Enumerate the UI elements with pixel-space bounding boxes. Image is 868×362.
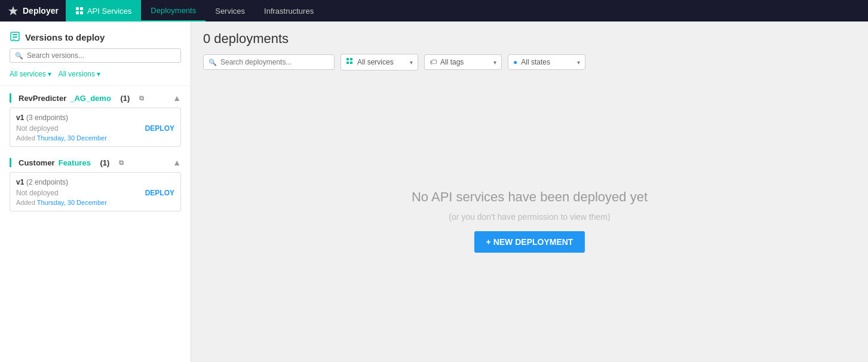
rev-v1-added: Added Thursday, 30 December <box>16 134 174 142</box>
external-link-icon-cf[interactable]: ⧉ <box>119 159 124 167</box>
all-services-filter[interactable]: All services ▾ <box>10 70 51 78</box>
section-accent-bar <box>10 93 11 103</box>
logo-icon <box>7 5 19 17</box>
sidebar-divider <box>0 85 191 86</box>
new-deployment-button[interactable]: + NEW DEPLOYMENT <box>474 231 585 253</box>
nav-services[interactable]: Services <box>206 0 254 22</box>
svg-rect-5 <box>13 34 17 35</box>
rev-predicter-count: (1) <box>120 94 130 103</box>
nav-api-services[interactable]: API Services <box>66 0 141 22</box>
all-services-dropdown[interactable]: All services ▾ <box>341 54 418 70</box>
svg-rect-10 <box>346 62 349 64</box>
app-title: Deployer <box>23 6 59 16</box>
added-date-cf: Thursday, 30 December <box>37 199 107 206</box>
collapse-rev-predicter[interactable]: ▲ <box>173 93 181 103</box>
section-customer-features-header: CustomerFeatures (1) ⧉ ▲ <box>10 158 181 167</box>
section-rev-predicter: RevPredicter_AG_demo (1) ⧉ ▲ v1 (3 endpo… <box>0 88 191 153</box>
rev-v1-tag: v1 <box>16 113 24 122</box>
search-versions-input[interactable] <box>27 51 176 60</box>
main-layout: Versions to deploy 🔍 All services ▾ All … <box>0 22 868 362</box>
rev-predicter-name2: _AG_demo <box>70 94 111 103</box>
added-date-rev: Thursday, 30 December <box>37 134 107 142</box>
services-filter-icon <box>346 57 354 67</box>
nav-deployments-label: Deployments <box>151 6 196 15</box>
all-tags-dropdown[interactable]: 🏷 All tags ▾ <box>424 54 502 70</box>
search-versions-box[interactable]: 🔍 <box>10 48 181 63</box>
section-rev-predicter-header: RevPredicter_AG_demo (1) ⧉ ▲ <box>10 93 181 103</box>
svg-rect-9 <box>350 58 352 60</box>
all-states-dropdown[interactable]: ● All states ▾ <box>508 54 585 70</box>
api-services-icon <box>75 7 84 15</box>
cf-v1-tag: v1 <box>16 178 24 186</box>
svg-rect-2 <box>76 11 79 14</box>
svg-rect-7 <box>13 39 15 39</box>
app-logo[interactable]: Deployer <box>0 5 66 17</box>
nav-infrastructures-label: Infrastructures <box>264 7 314 16</box>
added-prefix-rev: Added <box>16 134 35 142</box>
all-tags-dropdown-label: All tags <box>440 58 490 66</box>
states-filter-icon: ● <box>513 58 517 66</box>
rev-predicter-name1: RevPredicter <box>19 94 66 103</box>
all-services-label: All services <box>10 70 46 78</box>
states-dropdown-chevron: ▾ <box>577 59 580 66</box>
nav-services-label: Services <box>215 7 245 16</box>
svg-rect-3 <box>80 11 83 14</box>
all-versions-filter[interactable]: All versions ▾ <box>59 70 100 78</box>
content: 0 deployments 🔍 All services ▾ 🏷 All tag… <box>191 22 868 362</box>
rev-v1-endpoints: (3 endpoints) <box>26 113 68 122</box>
version-card-rev-v1: v1 (3 endpoints) Not deployed DEPLOY Add… <box>10 108 181 147</box>
all-services-chevron: ▾ <box>48 70 51 78</box>
all-services-dropdown-label: All services <box>357 58 406 66</box>
svg-rect-8 <box>346 58 349 60</box>
all-states-dropdown-label: All states <box>521 58 573 66</box>
search-deployments-box[interactable]: 🔍 <box>203 54 335 70</box>
section-rev-predicter-title: RevPredicter_AG_demo (1) ⧉ <box>10 93 144 103</box>
svg-rect-11 <box>350 62 352 64</box>
collapse-customer-features[interactable]: ▲ <box>173 158 181 167</box>
nav-api-services-label: API Services <box>87 7 131 16</box>
sidebar: Versions to deploy 🔍 All services ▾ All … <box>0 22 191 362</box>
tags-dropdown-chevron: ▾ <box>493 59 496 66</box>
topnav: Deployer API Services Deployments Servic… <box>0 0 868 22</box>
customer-name2: Features <box>59 158 91 167</box>
section-accent-bar-cf <box>10 158 11 167</box>
empty-state: No API services have been deployed yet (… <box>191 80 868 362</box>
external-link-icon-rev[interactable]: ⧉ <box>139 94 144 102</box>
empty-title: No API services have been deployed yet <box>412 189 648 205</box>
all-versions-label: All versions <box>59 70 95 78</box>
filter-bar: 🔍 All services ▾ 🏷 All tags ▾ ● All st <box>191 54 868 80</box>
rev-v1-status-row: Not deployed DEPLOY <box>16 124 174 133</box>
customer-count: (1) <box>100 158 110 167</box>
svg-rect-0 <box>76 7 79 10</box>
version-card-cf-v1: v1 (2 endpoints) Not deployed DEPLOY Add… <box>10 172 181 211</box>
sidebar-search: 🔍 <box>0 48 191 68</box>
deployments-title: 0 deployments <box>203 31 856 47</box>
nav-infrastructures[interactable]: Infrastructures <box>254 0 323 22</box>
all-versions-chevron: ▾ <box>97 70 100 78</box>
sidebar-header: Versions to deploy <box>0 22 191 48</box>
cf-v1-status: Not deployed <box>16 189 59 197</box>
svg-rect-1 <box>80 7 83 10</box>
sidebar-filters: All services ▾ All versions ▾ <box>0 68 191 85</box>
services-dropdown-chevron: ▾ <box>410 59 413 66</box>
rev-v1-deploy-button[interactable]: DEPLOY <box>145 124 174 133</box>
cf-v1-endpoints: (2 endpoints) <box>26 178 68 186</box>
search-deployments-icon: 🔍 <box>208 59 217 66</box>
search-deployments-input[interactable] <box>220 58 329 66</box>
rev-v1-status: Not deployed <box>16 124 59 133</box>
versions-icon <box>10 31 20 44</box>
content-header: 0 deployments <box>191 22 868 54</box>
section-customer-features: CustomerFeatures (1) ⧉ ▲ v1 (2 endpoints… <box>0 153 191 217</box>
sidebar-title: Versions to deploy <box>25 32 105 42</box>
empty-subtitle: (or you don't have permission to view th… <box>449 212 610 222</box>
cf-v1-status-row: Not deployed DEPLOY <box>16 189 174 197</box>
search-versions-icon: 🔍 <box>15 52 23 60</box>
svg-rect-6 <box>13 36 17 38</box>
added-prefix-cf: Added <box>16 199 35 206</box>
tags-filter-icon: 🏷 <box>430 58 437 66</box>
cf-v1-deploy-button[interactable]: DEPLOY <box>145 189 174 197</box>
customer-name1: Customer <box>19 158 55 167</box>
section-customer-features-title: CustomerFeatures (1) ⧉ <box>10 158 124 167</box>
nav-deployments[interactable]: Deployments <box>141 0 206 22</box>
cf-v1-added: Added Thursday, 30 December <box>16 199 174 206</box>
